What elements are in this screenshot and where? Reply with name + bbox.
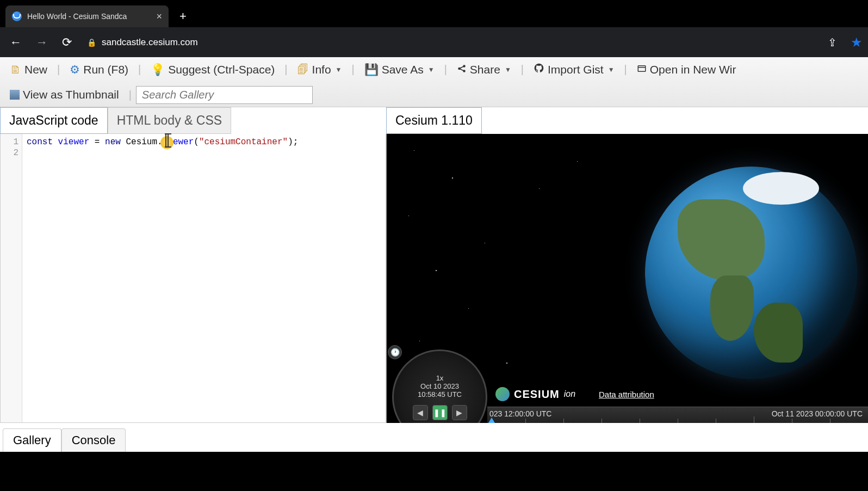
separator: | <box>57 63 60 76</box>
address-bar[interactable]: 🔒 sandcastle.cesium.com <box>82 37 814 48</box>
clock-widget: 🕐 1x Oct 10 2023 10:58:45 UTC ◀ ❚❚ ▶ <box>392 349 487 423</box>
separator: | <box>624 63 627 76</box>
viewer-tabs: Cesium 1.110 <box>386 107 868 134</box>
search-gallery-input[interactable] <box>136 86 313 104</box>
tab-html-css[interactable]: HTML body & CSS <box>108 107 231 134</box>
chevron-down-icon: ▼ <box>428 66 435 73</box>
open-new-window-button[interactable]: Open in New Wir <box>631 60 742 79</box>
share-button[interactable]: Share ▼ <box>451 60 517 79</box>
import-gist-button[interactable]: Import Gist ▼ <box>528 60 620 79</box>
lock-icon: 🔒 <box>87 38 96 47</box>
toolbar: 🗎 New | ⚙ Run (F8) | 💡 Suggest (Ctrl-Spa… <box>0 57 868 107</box>
share-label: Share <box>470 63 500 76</box>
window-icon <box>637 63 647 76</box>
reload-button[interactable]: ⟳ <box>58 31 76 54</box>
info-button[interactable]: 🗐 Info ▼ <box>292 60 348 79</box>
document-icon: 🗎 <box>10 63 21 76</box>
chevron-down-icon: ▼ <box>336 66 342 73</box>
code-panel: JavaScript code HTML body & CSS 1 2 cons… <box>0 107 386 423</box>
line-number: 2 <box>1 148 18 159</box>
gears-icon: ⚙ <box>70 63 80 76</box>
saveas-button[interactable]: 💾 Save As ▼ <box>359 60 440 79</box>
saveas-label: Save As <box>382 63 424 76</box>
tab-gallery[interactable]: Gallery <box>3 428 61 452</box>
separator: | <box>138 63 141 76</box>
separator: | <box>351 63 354 76</box>
clock-controls: ◀ ❚❚ ▶ <box>413 405 467 420</box>
clock-time: 10:58:45 UTC <box>418 390 462 398</box>
share-icon <box>457 63 467 76</box>
cesium-viewer[interactable]: 🕐 1x Oct 10 2023 10:58:45 UTC ◀ ❚❚ ▶ CES… <box>386 134 868 423</box>
line-gutter: 1 2 <box>1 134 22 422</box>
browser-chrome: Hello World - Cesium Sandca × + ← → ⟳ 🔒 … <box>0 0 868 57</box>
separator: | <box>444 63 447 76</box>
viewer-panel: Cesium 1.110 <box>386 107 868 423</box>
pause-button[interactable]: ❚❚ <box>432 405 448 420</box>
github-icon <box>534 63 544 76</box>
timeline-start-label: 023 12:00:00 UTC <box>489 409 551 418</box>
cesium-favicon-icon <box>12 11 22 21</box>
logo-ion: ion <box>564 389 575 399</box>
text-cursor-icon <box>165 134 169 146</box>
new-tab-button[interactable]: + <box>179 5 187 27</box>
thumbnail-icon <box>10 90 20 100</box>
lightbulb-icon: 💡 <box>151 63 165 76</box>
svg-rect-3 <box>638 65 646 71</box>
timeline-end-label: Oct 11 2023 00:00:00 UTC <box>772 409 863 418</box>
bookmark-star-icon[interactable]: ★ <box>851 35 863 50</box>
opennew-label: Open in New Wir <box>650 63 736 76</box>
chevron-down-icon: ▼ <box>505 66 511 73</box>
suggest-button[interactable]: 💡 Suggest (Ctrl-Space) <box>145 60 280 79</box>
view-thumbnail-button[interactable]: View as Thumbnail <box>4 85 125 104</box>
chevron-down-icon: ▼ <box>608 66 615 73</box>
back-button[interactable]: ← <box>5 31 26 54</box>
code-tabs: JavaScript code HTML body & CSS <box>0 107 386 134</box>
play-forward-button[interactable]: ▶ <box>452 405 467 420</box>
line-number: 1 <box>1 137 18 148</box>
clock-info: 1x Oct 10 2023 10:58:45 UTC <box>418 374 462 398</box>
code-editor[interactable]: 1 2 const viewer = new Cesium.Viewer("ce… <box>0 134 386 423</box>
play-reverse-button[interactable]: ◀ <box>413 405 428 420</box>
clock-date: Oct 10 2023 <box>418 382 462 390</box>
run-label: Run (F8) <box>83 63 128 76</box>
share-page-icon[interactable]: ⇪ <box>820 36 845 49</box>
timeline[interactable]: 023 12:00:00 UTC Oct 11 2023 00:00:00 UT… <box>487 407 868 423</box>
page-icon: 🗐 <box>297 63 309 76</box>
earth-globe[interactable] <box>645 167 857 379</box>
run-button[interactable]: ⚙ Run (F8) <box>64 60 134 79</box>
suggest-label: Suggest (Ctrl-Space) <box>168 63 275 76</box>
separator: | <box>284 63 287 76</box>
cesium-logo-icon <box>495 387 510 401</box>
main-area: JavaScript code HTML body & CSS 1 2 cons… <box>0 107 868 423</box>
tab-console[interactable]: Console <box>61 428 126 452</box>
info-label: Info <box>312 63 331 76</box>
url-text: sandcastle.cesium.com <box>102 37 198 48</box>
tab-title: Hello World - Cesium Sandca <box>27 12 151 21</box>
close-tab-icon[interactable]: × <box>156 11 162 22</box>
separator: | <box>521 63 524 76</box>
timeline-marker-icon[interactable] <box>488 418 495 423</box>
code-content[interactable]: const viewer = new Cesium.Viewer("cesium… <box>22 134 302 422</box>
clock-history-button[interactable]: 🕐 <box>388 345 402 359</box>
tab-bar: Hello World - Cesium Sandca × + <box>0 0 868 27</box>
thumbnail-label: View as Thumbnail <box>23 88 119 101</box>
clock-speed: 1x <box>418 374 462 382</box>
separator: | <box>129 89 132 101</box>
new-label: New <box>24 63 47 76</box>
nav-bar: ← → ⟳ 🔒 sandcastle.cesium.com ⇪ ★ <box>0 27 868 57</box>
forward-button[interactable]: → <box>32 31 52 54</box>
browser-tab[interactable]: Hello World - Cesium Sandca × <box>5 5 169 27</box>
tab-javascript[interactable]: JavaScript code <box>0 107 108 134</box>
new-button[interactable]: 🗎 New <box>4 60 53 79</box>
floppy-icon: 💾 <box>364 63 379 76</box>
logo-text: CESIUM <box>514 388 560 401</box>
tab-cesium-version[interactable]: Cesium 1.110 <box>386 107 482 134</box>
import-label: Import Gist <box>548 63 604 76</box>
data-attribution-link[interactable]: Data attribution <box>599 390 654 399</box>
cesium-logo: CESIUM ion <box>495 387 575 401</box>
bottom-tabs: Gallery Console <box>0 423 868 452</box>
